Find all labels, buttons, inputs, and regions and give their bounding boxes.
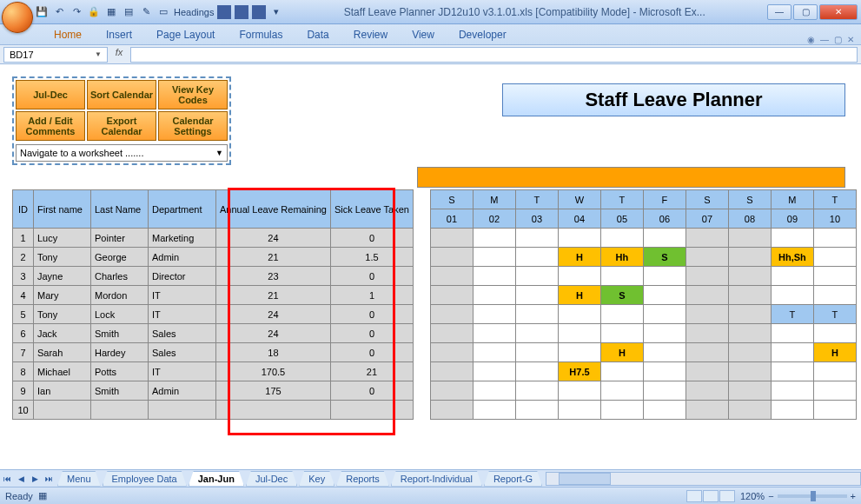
calendar-cell[interactable] — [685, 248, 728, 267]
calendar-cell[interactable] — [728, 248, 771, 267]
calendar-cell[interactable]: Hh — [600, 248, 643, 267]
cell-department[interactable]: Director — [149, 267, 216, 286]
sheet-tab[interactable]: Jan-Jun — [189, 471, 244, 487]
cell-last-name[interactable]: George — [91, 248, 149, 267]
cell-last-name[interactable]: Lock — [91, 305, 149, 324]
calendar-cell[interactable]: Hh,Sh — [771, 248, 813, 267]
zoom-control[interactable]: 120% − + — [740, 491, 856, 501]
sheet-tab[interactable]: Report-Individual — [391, 471, 482, 487]
sheet-tab[interactable]: Report-G — [484, 471, 542, 487]
calendar-cell[interactable]: H — [558, 286, 600, 305]
calendar-cell[interactable] — [813, 248, 856, 267]
export-calendar-button[interactable]: Export Calendar — [87, 111, 156, 141]
calendar-cell[interactable] — [430, 286, 473, 305]
calendar-cell[interactable] — [430, 343, 473, 362]
cell-id[interactable]: 8 — [13, 362, 34, 381]
calendar-cell[interactable] — [771, 324, 813, 343]
calendar-cell[interactable] — [728, 343, 771, 362]
calendar-cell[interactable] — [813, 401, 856, 420]
calendar-cell[interactable] — [771, 343, 813, 362]
calendar-cell[interactable] — [430, 324, 473, 343]
tab-page-layout[interactable]: Page Layout — [144, 25, 227, 44]
tab-review[interactable]: Review — [341, 25, 400, 44]
cell-id[interactable]: 4 — [13, 286, 34, 305]
cell-annual-leave[interactable]: 21 — [216, 248, 331, 267]
calendar-cell[interactable] — [600, 381, 643, 401]
cell-first-name[interactable]: Michael — [34, 362, 91, 381]
cell-first-name[interactable]: Jayne — [34, 267, 91, 286]
macro-record-icon[interactable]: ▦ — [38, 490, 47, 501]
calendar-cell[interactable] — [430, 401, 473, 420]
cell-id[interactable]: 3 — [13, 267, 34, 286]
cell-annual-leave[interactable]: 24 — [216, 305, 331, 324]
calendar-cell[interactable] — [643, 229, 685, 248]
calendar-cell[interactable] — [728, 305, 771, 324]
cell-department[interactable]: Marketing — [149, 229, 216, 248]
cell-first-name[interactable]: Sarah — [34, 343, 91, 362]
calendar-cell[interactable] — [473, 381, 515, 401]
calendar-cell[interactable] — [515, 362, 558, 381]
sort-calendar-button[interactable]: Sort Calendar — [87, 80, 156, 109]
calendar-cell[interactable] — [813, 362, 856, 381]
sheet-tab[interactable]: Menu — [57, 471, 101, 487]
calendar-cell[interactable] — [771, 381, 813, 401]
calendar-cell[interactable] — [771, 286, 813, 305]
tab-nav-next-icon[interactable]: ▶ — [28, 472, 42, 486]
calendar-cell[interactable] — [728, 401, 771, 420]
name-box[interactable]: BD17 ▼ — [3, 47, 108, 63]
cell-last-name[interactable]: Hardey — [91, 343, 149, 362]
qat-icon[interactable]: ✎ — [139, 5, 153, 19]
calendar-cell[interactable] — [813, 286, 856, 305]
qat-more-icon[interactable]: ▾ — [269, 5, 283, 19]
sheet-tab[interactable]: Reports — [336, 471, 389, 487]
cell-first-name[interactable]: Ian — [34, 381, 91, 401]
calendar-cell[interactable] — [813, 229, 856, 248]
calendar-cell[interactable] — [771, 267, 813, 286]
cell-id[interactable]: 2 — [13, 248, 34, 267]
calendar-cell[interactable] — [600, 362, 643, 381]
horizontal-scrollbar[interactable] — [546, 472, 861, 486]
calendar-cell[interactable] — [515, 381, 558, 401]
qat-icon[interactable]: ▭ — [156, 5, 170, 19]
calendar-cell[interactable] — [558, 229, 600, 248]
cell-id[interactable]: 7 — [13, 343, 34, 362]
cell-last-name[interactable]: Potts — [91, 362, 149, 381]
calendar-cell[interactable] — [643, 286, 685, 305]
calendar-cell[interactable] — [685, 381, 728, 401]
cell-department[interactable]: IT — [149, 286, 216, 305]
calendar-cell[interactable] — [643, 381, 685, 401]
calendar-cell[interactable] — [473, 362, 515, 381]
cell-sick-leave[interactable]: 0 — [330, 381, 413, 401]
cell-id[interactable]: 1 — [13, 229, 34, 248]
cell-last-name[interactable]: Mordon — [91, 286, 149, 305]
cell-annual-leave[interactable] — [216, 401, 331, 420]
zoom-in-icon[interactable]: + — [851, 491, 856, 501]
calendar-cell[interactable]: H — [558, 248, 600, 267]
qat-icon[interactable]: ▤ — [122, 5, 136, 19]
calendar-cell[interactable] — [643, 324, 685, 343]
calendar-cell[interactable] — [558, 324, 600, 343]
calendar-cell[interactable] — [473, 229, 515, 248]
cell-first-name[interactable]: Mary — [34, 286, 91, 305]
calendar-cell[interactable] — [430, 248, 473, 267]
cell-sick-leave[interactable]: 0 — [330, 267, 413, 286]
cell-department[interactable]: Admin — [149, 381, 216, 401]
cell-last-name[interactable]: Pointer — [91, 229, 149, 248]
calendar-cell[interactable] — [728, 286, 771, 305]
tab-data[interactable]: Data — [295, 25, 341, 44]
ribbon-close-icon[interactable]: ✕ — [847, 35, 854, 44]
calendar-cell[interactable] — [643, 267, 685, 286]
calendar-cell[interactable] — [813, 324, 856, 343]
calendar-cell[interactable] — [685, 229, 728, 248]
calendar-cell[interactable]: S — [643, 248, 685, 267]
calendar-cell[interactable] — [473, 248, 515, 267]
calendar-cell[interactable] — [515, 229, 558, 248]
cell-department[interactable]: IT — [149, 305, 216, 324]
tab-developer[interactable]: Developer — [447, 25, 519, 44]
calendar-cell[interactable] — [473, 324, 515, 343]
cell-annual-leave[interactable]: 18 — [216, 343, 331, 362]
cell-last-name[interactable]: Charles — [91, 267, 149, 286]
calendar-cell[interactable] — [728, 229, 771, 248]
calendar-cell[interactable] — [515, 324, 558, 343]
tab-view[interactable]: View — [400, 25, 447, 44]
